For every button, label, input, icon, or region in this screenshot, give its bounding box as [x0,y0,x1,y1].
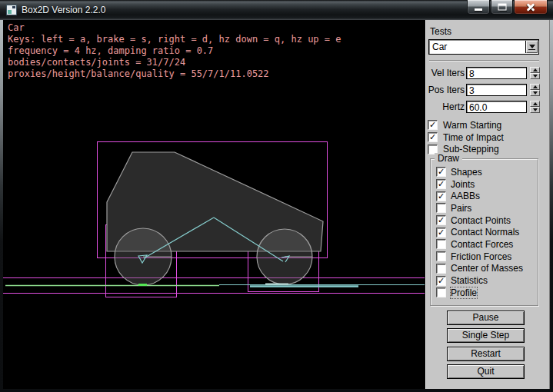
checkbox-row-contact-points[interactable]: ✓Contact Points [436,214,536,227]
checkbox-row-pairs[interactable]: Pairs [436,202,536,214]
spinner-field-pos-iters[interactable]: 3 [466,84,527,96]
maximize-button[interactable] [491,0,513,15]
checkbox-label: Warm Starting [443,120,501,131]
spinner-buttons [530,101,540,113]
checkbox-row-shapes[interactable]: ✓Shapes [436,166,536,178]
draw-group-box: Draw ✓Shapes✓Joints✓AABBsPairs✓Contact P… [430,158,538,306]
checkbox-warm-starting[interactable]: ✓ [428,120,438,130]
checkbox-row-contact-forces[interactable]: Contact Forces [436,238,536,251]
spinner-up-button[interactable] [530,67,540,73]
close-icon [525,2,536,12]
minimize-button[interactable] [467,0,490,15]
quit-button[interactable]: Quit [447,364,525,379]
checkbox-friction-forces[interactable] [436,251,446,261]
checkbox-pairs[interactable] [436,203,446,213]
tests-dropdown-arrow-button[interactable] [526,41,538,53]
stats-text-line: Keys: left = a, brake = s, right = d, hz… [8,34,341,45]
spinner-field-hertz[interactable]: 60.0 [466,101,527,113]
app-window: Box2D Version 2.2.0 [0,0,553,392]
checkbox-row-contact-normals[interactable]: ✓Contact Normals [436,226,536,238]
triangle-down-icon [533,91,538,95]
triangle-up-icon [533,68,538,71]
checkbox-row-warm-starting[interactable]: ✓Warm Starting [428,119,504,131]
simulation-canvas[interactable]: CarKeys: left = a, brake = s, right = d,… [3,20,425,389]
stats-text-line: frequency = 4 hz, damping ratio = 0.7 [8,45,341,57]
spinner-down-button[interactable] [530,107,540,113]
pause-button[interactable]: Pause [447,311,525,325]
tests-dropdown[interactable]: Car [428,39,539,55]
spinner-row-hertz: Hertz60.0 [425,101,551,114]
checkbox-row-center-of-masses[interactable]: Center of Masses [436,263,536,275]
solver-checkboxes: ✓Warm Starting✓Time of ImpactSub-Steppin… [428,119,504,155]
contact-point-right [265,284,288,285]
stats-text-line: proxies/height/balance/quality = 55/7/1/… [8,68,341,80]
stats-text-line: Car [8,22,341,34]
triangle-up-icon [533,85,538,88]
spinner-up-button[interactable] [530,84,540,90]
checkbox-contact-points[interactable]: ✓ [436,215,446,225]
restart-button[interactable]: Restart [447,347,525,361]
chevron-down-icon [529,45,535,48]
spinner-buttons [530,84,540,96]
checkbox-row-aabbs[interactable]: ✓AABBs [436,190,536,202]
checkbox-label: Contact Normals [451,227,519,238]
checkbox-row-profile[interactable]: Profile [436,287,536,299]
checkbox-joints[interactable]: ✓ [436,179,446,189]
stats-text-line: bodies/contacts/joints = 31/7/24 [8,57,341,68]
control-panel: Tests Car Vel Iters8Pos Iters3Hertz60.0 … [425,20,550,389]
checkbox-label: AABBs [451,191,480,201]
checkbox-label: Pairs [451,203,471,214]
spinner-label: Pos Iters [425,85,465,95]
title-bar[interactable]: Box2D Version 2.2.0 [0,0,553,20]
checkbox-row-joints[interactable]: ✓Joints [436,178,536,191]
checkbox-row-statistics[interactable]: ✓Statistics [436,274,536,287]
checkbox-row-time-of-impact[interactable]: ✓Time of Impact [428,131,504,144]
close-button[interactable] [514,0,548,15]
checkbox-contact-forces[interactable] [436,239,446,249]
chevron-underline-icon [528,49,535,50]
checkbox-label: Friction Forces [451,251,511,262]
spinner-label: Hertz [425,101,465,112]
checkbox-time-of-impact[interactable]: ✓ [428,132,438,142]
spinner-down-button[interactable] [530,73,540,79]
checkbox-label: Center of Masses [451,263,523,274]
checkbox-label: Shapes [451,167,482,178]
spinner-field-vel-iters[interactable]: 8 [466,67,527,79]
triangle-down-icon [533,75,538,78]
checkbox-row-friction-forces[interactable]: Friction Forces [436,251,536,263]
window-border-bottom [0,389,553,392]
checkbox-statistics[interactable]: ✓ [436,276,446,286]
checkbox-center-of-masses[interactable] [436,264,446,274]
checkbox-label: Joints [451,179,475,190]
tests-label: Tests [430,26,451,37]
single-step-button[interactable]: Single Step [447,328,525,343]
draw-group-label: Draw [435,153,462,164]
checkbox-profile[interactable] [436,287,446,297]
checkbox-label: Contact Forces [451,239,513,250]
action-buttons: PauseSingle StepRestartQuit [447,311,525,382]
stats-overlay: CarKeys: left = a, brake = s, right = d,… [8,22,341,80]
separator [429,60,539,61]
checkbox-label: Profile [451,287,477,298]
window-title: Box2D Version 2.2.0 [22,5,105,15]
minimize-icon [475,8,482,11]
spinner-up-button[interactable] [530,101,540,107]
contact-point-left [138,284,147,286]
checkbox-contact-normals[interactable]: ✓ [436,228,446,238]
maximize-icon [498,4,506,11]
spinner-down-button[interactable] [530,90,540,96]
checkbox-label: Time of Impact [443,132,504,143]
checkbox-label: Contact Points [451,215,511,226]
triangle-down-icon [533,108,538,111]
spinner-label: Vel Iters [425,68,465,78]
tests-dropdown-value: Car [432,42,447,52]
checkbox-shapes[interactable]: ✓ [436,167,446,177]
spinner-row-pos-iters: Pos Iters3 [425,84,551,97]
app-icon[interactable] [6,5,17,15]
triangle-up-icon [533,102,538,105]
spinner-row-vel-iters: Vel Iters8 [425,67,551,80]
draw-checkboxes: ✓Shapes✓Joints✓AABBsPairs✓Contact Points… [436,166,536,299]
checkbox-label: Statistics [451,275,488,286]
spinner-buttons [530,67,540,79]
checkbox-aabbs[interactable]: ✓ [436,191,446,201]
